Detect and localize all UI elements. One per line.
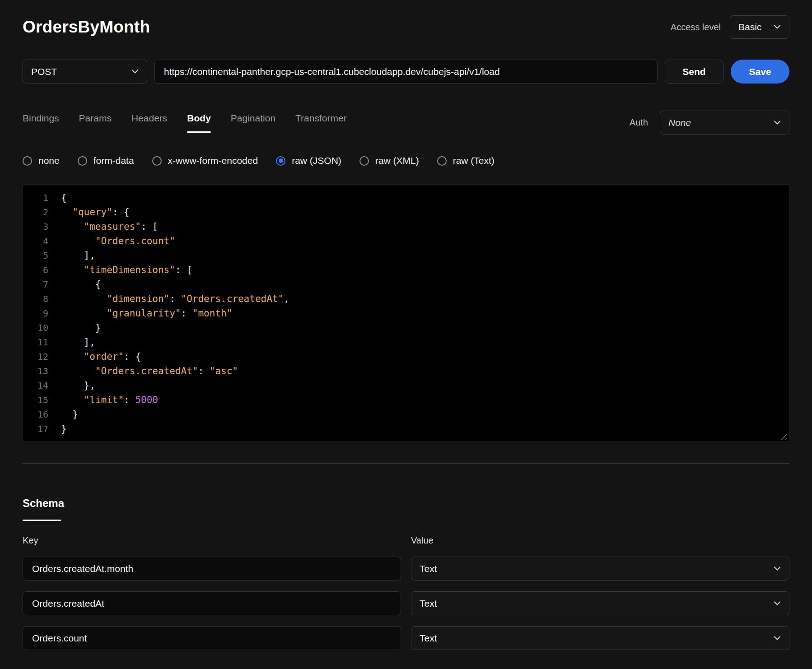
body-type-x-www-form-encoded[interactable]: x-www-form-encoded — [152, 155, 258, 166]
chevron-down-icon — [131, 70, 139, 74]
schema-key-input[interactable] — [23, 626, 401, 650]
access-level-control: Access level Basic — [671, 15, 789, 39]
line-number: 3 — [23, 219, 61, 234]
body-type-none[interactable]: none — [23, 155, 60, 166]
line-number: 5 — [23, 248, 61, 263]
tab-body[interactable]: Body — [187, 113, 211, 133]
line-number: 6 — [23, 263, 61, 277]
access-level-label: Access level — [671, 22, 721, 33]
chevron-down-icon — [774, 601, 781, 606]
body-type-raw-xml[interactable]: raw (XML) — [359, 155, 419, 166]
radio-icon — [23, 156, 32, 166]
schema-value-select[interactable]: Text — [411, 557, 789, 581]
code-line: 17} — [23, 422, 789, 436]
schema-heading-underline — [23, 520, 61, 521]
auth-control: Auth None — [630, 111, 789, 135]
radio-label: none — [38, 155, 60, 166]
code-line: 9 "granularity": "month" — [23, 306, 789, 321]
code-line: 3 "measures": [ — [23, 219, 789, 234]
radio-icon — [276, 156, 285, 166]
code-line: 13 "Orders.createdAt": "asc" — [23, 364, 789, 378]
page-title: OrdersByMonth — [23, 17, 150, 37]
schema-value: Text — [420, 563, 437, 574]
schema-section: Schema Key Value TextTextText — [23, 497, 789, 650]
access-level-select[interactable]: Basic — [730, 15, 789, 39]
line-number: 14 — [23, 378, 61, 393]
save-button[interactable]: Save — [731, 60, 789, 84]
radio-icon — [152, 156, 162, 166]
code-line: 16 } — [23, 407, 789, 422]
body-type-raw-json[interactable]: raw (JSON) — [276, 155, 341, 166]
chevron-down-icon — [774, 567, 781, 571]
radio-label: raw (Text) — [453, 155, 495, 166]
line-number: 16 — [23, 407, 61, 422]
line-number: 8 — [23, 292, 61, 306]
line-number: 17 — [23, 422, 61, 436]
code-line: 11 ], — [23, 335, 789, 349]
tab-headers[interactable]: Headers — [131, 113, 167, 133]
schema-key-header: Key — [23, 535, 401, 546]
line-number: 11 — [23, 335, 61, 349]
radio-label: raw (XML) — [375, 155, 419, 166]
body-type-raw-text[interactable]: raw (Text) — [437, 155, 495, 166]
code-line: 5 ], — [23, 248, 789, 263]
code-line: 15 "limit": 5000 — [23, 393, 789, 407]
line-number: 1 — [23, 190, 61, 205]
line-number: 13 — [23, 364, 61, 378]
radio-label: raw (JSON) — [292, 155, 341, 166]
code-line: 6 "timeDimensions": [ — [23, 263, 789, 277]
radio-icon — [437, 156, 447, 166]
line-number: 2 — [23, 205, 61, 219]
line-number: 4 — [23, 234, 61, 248]
schema-heading: Schema — [23, 497, 789, 510]
code-line: 12 "order": { — [23, 349, 789, 364]
method-value: POST — [31, 66, 57, 77]
line-number: 12 — [23, 349, 61, 364]
tabs-row: BindingsParamsHeadersBodyPaginationTrans… — [23, 111, 789, 135]
schema-value: Text — [420, 633, 437, 644]
access-level-value: Basic — [738, 22, 761, 33]
line-number: 7 — [23, 277, 61, 292]
code-line: 1{ — [23, 190, 789, 205]
tab-transformer[interactable]: Transformer — [295, 113, 347, 133]
auth-label: Auth — [630, 117, 648, 128]
code-line: 7 { — [23, 277, 789, 292]
radio-icon — [359, 156, 369, 166]
code-line: 10 } — [23, 321, 789, 335]
chevron-down-icon — [774, 121, 781, 125]
chevron-down-icon — [774, 636, 781, 641]
line-number: 9 — [23, 306, 61, 321]
section-divider — [23, 463, 789, 464]
topbar: OrdersByMonth Access level Basic — [23, 15, 789, 39]
tab-params[interactable]: Params — [79, 113, 112, 133]
line-number: 15 — [23, 393, 61, 407]
auth-value: None — [668, 117, 691, 128]
schema-value-select[interactable]: Text — [411, 591, 789, 615]
schema-value: Text — [420, 598, 437, 609]
code-line: 8 "dimension": "Orders.createdAt", — [23, 292, 789, 306]
rest-api-query-editor: OrdersByMonth Access level Basic POST Se… — [0, 0, 812, 650]
code-line: 4 "Orders.count" — [23, 234, 789, 248]
radio-label: x-www-form-encoded — [168, 155, 258, 166]
body-editor[interactable]: 1{2 "query": {3 "measures": [4 "Orders.c… — [23, 184, 789, 442]
tab-pagination[interactable]: Pagination — [231, 113, 275, 133]
body-type-form-data[interactable]: form-data — [78, 155, 134, 166]
url-input[interactable] — [154, 60, 658, 84]
code-line: 14 }, — [23, 378, 789, 393]
chevron-down-icon — [774, 25, 781, 29]
schema-key-input[interactable] — [23, 557, 401, 581]
schema-value-select[interactable]: Text — [411, 626, 789, 650]
line-number: 10 — [23, 321, 61, 335]
radio-icon — [78, 156, 87, 166]
body-type-selector: noneform-datax-www-form-encodedraw (JSON… — [23, 155, 789, 166]
schema-value-header: Value — [411, 535, 789, 546]
method-select[interactable]: POST — [23, 60, 147, 84]
tab-bindings[interactable]: Bindings — [23, 113, 59, 133]
radio-label: form-data — [93, 155, 134, 166]
schema-key-input[interactable] — [23, 591, 401, 615]
schema-grid: Key Value TextTextText — [23, 535, 789, 650]
code-line: 2 "query": { — [23, 205, 789, 219]
auth-select[interactable]: None — [660, 111, 789, 135]
send-button[interactable]: Send — [665, 60, 723, 84]
editor-lines: 1{2 "query": {3 "measures": [4 "Orders.c… — [23, 190, 789, 436]
